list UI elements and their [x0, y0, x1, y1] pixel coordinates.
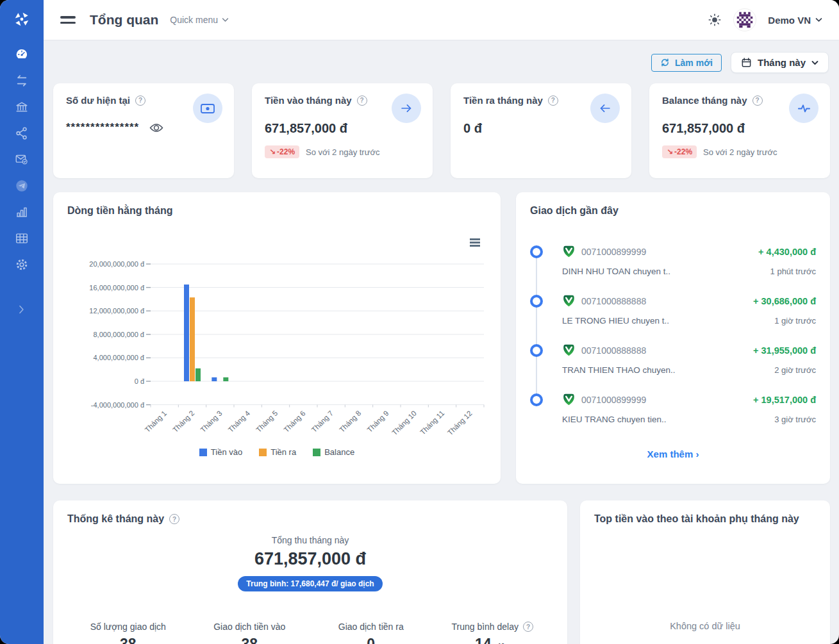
chevron-right-icon: ›: [695, 449, 699, 459]
stat-title: Số dư hiện tại: [66, 95, 130, 106]
card-money-in: Tiền vào tháng này ? 671,857,000 đ ↘ -22…: [252, 83, 433, 178]
transactions-swap-icon[interactable]: [15, 74, 29, 88]
bottom-row: Thống kê tháng này ? Tổng thu tháng này …: [53, 500, 830, 644]
transaction-time: 3 giờ trước: [774, 415, 816, 424]
transaction-time: 1 giờ trước: [774, 316, 816, 326]
dashboard-gauge-icon[interactable]: [15, 47, 29, 62]
bank-icon[interactable]: [15, 100, 29, 114]
account-number: 0071000899999: [581, 247, 646, 257]
transaction-amount: + 4,430,000 đ: [758, 247, 816, 257]
svg-text:4,000,000,000 đ: 4,000,000,000 đ: [93, 354, 144, 361]
transaction-time: 2 giờ trước: [774, 365, 816, 375]
send-telegram-icon[interactable]: [15, 179, 29, 193]
total-value: 671,857,000 đ: [67, 549, 553, 569]
account-number: 0071000888888: [581, 296, 646, 306]
eye-icon[interactable]: [149, 123, 163, 133]
transaction-amount: + 30,686,000 đ: [753, 296, 816, 306]
svg-text:Tháng 6: Tháng 6: [282, 409, 306, 434]
account-dropdown[interactable]: Demo VN: [768, 15, 822, 26]
svg-text:Tháng 8: Tháng 8: [338, 409, 362, 434]
transaction-item[interactable]: 0071000899999 + 19,517,000 đ KIEU TRANG …: [530, 393, 816, 424]
see-more-link[interactable]: Xem thêm ›: [530, 449, 816, 459]
svg-text:20,000,000,000 đ: 20,000,000,000 đ: [89, 260, 145, 268]
chevron-down-icon: [222, 17, 229, 22]
transaction-description: TRAN THIEN THAO chuyen..: [562, 365, 676, 375]
transaction-amount: + 19,517,000 đ: [753, 395, 816, 405]
help-icon[interactable]: ?: [548, 95, 558, 106]
trend-down-icon: ↘: [667, 147, 673, 156]
total-label: Tổng thu tháng này: [67, 535, 553, 545]
vietcombank-logo-icon: [562, 294, 576, 308]
legend-item: Balance: [313, 447, 354, 457]
help-icon[interactable]: ?: [752, 95, 763, 106]
monthly-total-block: Tổng thu tháng này 671,857,000 đ Trung b…: [67, 535, 553, 591]
chevron-down-icon: [815, 17, 822, 22]
account-number: 0071000899999: [581, 395, 646, 405]
help-icon[interactable]: ?: [169, 514, 179, 524]
svg-text:Tháng 7: Tháng 7: [310, 409, 335, 434]
period-select-button[interactable]: Tháng này: [731, 52, 829, 73]
svg-text:8,000,000,000 đ: 8,000,000,000 đ: [93, 331, 144, 338]
menu-toggle-icon[interactable]: [60, 16, 76, 24]
compare-note: So với 2 ngày trước: [703, 147, 777, 157]
svg-text:Tháng 3: Tháng 3: [199, 409, 223, 434]
svg-text:Tháng 12: Tháng 12: [446, 409, 474, 437]
bar-chart-icon[interactable]: [15, 205, 29, 219]
quick-menu-dropdown[interactable]: Quick menu: [170, 15, 229, 25]
legend-item: Tiền ra: [259, 447, 296, 457]
card-current-balance: Số dư hiện tại ? ***************: [53, 83, 234, 178]
help-icon[interactable]: ?: [357, 95, 367, 106]
app-window: Tổng quan Quick menu: [0, 0, 839, 644]
stat-title: Balance tháng này: [662, 95, 747, 106]
app-logo-icon[interactable]: [0, 0, 44, 38]
stat-title: Tiền vào tháng này: [265, 95, 352, 106]
share-icon[interactable]: [15, 126, 29, 140]
masked-balance-value: ***************: [66, 121, 139, 134]
trend-down-icon: ↘: [269, 147, 276, 156]
sidebar: [0, 0, 44, 644]
average-badge: Trung bình: 17,680,447 đ/ giao dịch: [238, 576, 382, 591]
sidebar-nav: [15, 47, 29, 317]
arrow-right-icon: [392, 94, 421, 123]
svg-text:Tháng 11: Tháng 11: [419, 409, 445, 436]
transaction-item[interactable]: 0071000888888 + 30,686,000 đ LE TRONG HI…: [530, 294, 816, 326]
svg-text:Tháng 2: Tháng 2: [171, 409, 195, 434]
help-icon[interactable]: ?: [523, 622, 533, 632]
refresh-icon: [660, 58, 670, 67]
middle-row: Dòng tiền hằng tháng 20,000,000,000 đ16,…: [53, 192, 830, 484]
top-inflow-card: Top tiền vào theo tài khoản phụ tháng nà…: [580, 500, 830, 644]
help-icon[interactable]: ?: [135, 95, 145, 106]
transaction-time: 1 phút trước: [770, 267, 816, 276]
money-out-value: 0 đ: [463, 121, 619, 136]
stat-cards-row: Số dư hiện tại ? ***************: [53, 83, 830, 178]
transaction-item[interactable]: 0071000899999 + 4,430,000 đ DINH NHU TOA…: [530, 245, 816, 276]
svg-text:16,000,000,000 đ: 16,000,000,000 đ: [89, 284, 145, 292]
metric-money-in-count: Giao dịch tiền vào 38: [189, 621, 311, 644]
legend-item: Tiền vào: [199, 447, 242, 457]
delta-badge: ↘ -22%: [662, 145, 697, 158]
sidebar-collapse-chevron-icon[interactable]: [15, 303, 29, 317]
refresh-button[interactable]: Làm mới: [651, 54, 722, 72]
metrics-row: Số lượng giao dịch 38 Giao dịch tiền vào…: [67, 621, 553, 644]
vietcombank-logo-icon: [562, 245, 576, 258]
theme-sun-icon[interactable]: [708, 13, 722, 27]
arrow-left-icon: [590, 94, 620, 123]
transaction-description: KIEU TRANG chuyen tien..: [562, 415, 667, 424]
compare-note: So với 2 ngày trước: [306, 147, 379, 157]
quick-menu-label: Quick menu: [170, 15, 218, 25]
stat-title: Tiền ra tháng này: [463, 95, 543, 106]
toolbar: Làm mới Tháng này: [53, 52, 829, 73]
account-number: 0071000888888: [581, 345, 646, 356]
transaction-item[interactable]: 0071000888888 + 31,955,000 đ TRAN THIEN …: [530, 343, 816, 375]
mail-check-icon[interactable]: [15, 153, 29, 167]
transaction-description: DINH NHU TOAN chuyen t..: [562, 267, 670, 276]
chart-menu-icon[interactable]: [470, 238, 480, 247]
banknote-icon: [193, 94, 222, 123]
transactions-timeline: 0071000899999 + 4,430,000 đ DINH NHU TOA…: [530, 245, 816, 424]
settings-gear-icon[interactable]: [15, 258, 29, 272]
calendar-icon: [741, 57, 752, 68]
metric-transaction-count: Số lượng giao dịch 38: [67, 621, 189, 644]
table-icon[interactable]: [15, 231, 29, 245]
account-name: Demo VN: [768, 15, 811, 26]
avatar[interactable]: [733, 8, 756, 31]
